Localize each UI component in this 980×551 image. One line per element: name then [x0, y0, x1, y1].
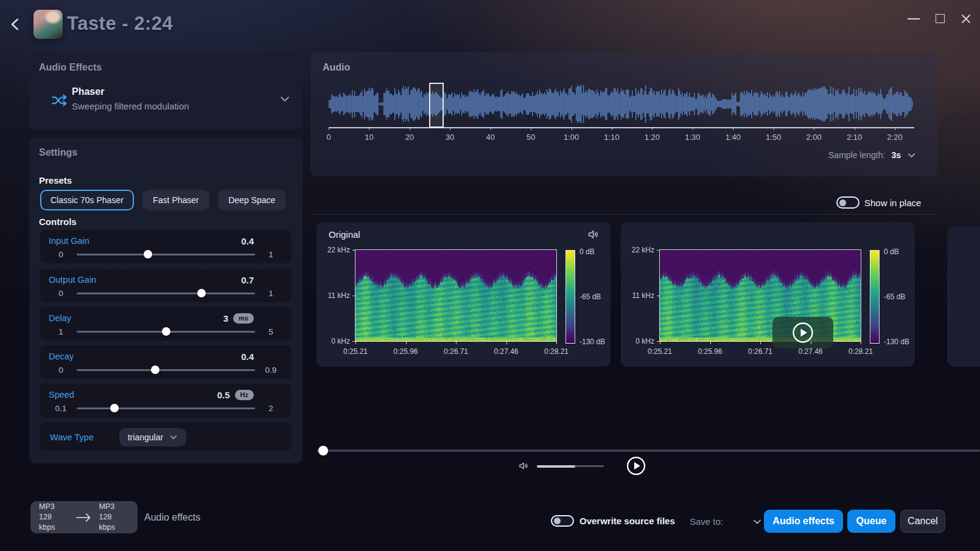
preview-play-button[interactable]	[772, 317, 833, 348]
time-label: 0:25.21	[343, 347, 368, 356]
sample-length-label: Sample length:	[828, 150, 885, 160]
slider-thumb[interactable]	[144, 250, 152, 258]
time-tick: 0	[326, 133, 331, 142]
slider-thumb[interactable]	[151, 366, 159, 374]
minimize-button[interactable]	[908, 18, 920, 19]
show-in-place-row: Show in place	[836, 196, 921, 209]
waveform[interactable]	[329, 81, 913, 126]
slider-thumb[interactable]	[110, 404, 119, 412]
freq-tick: 22 kHz	[327, 246, 350, 254]
album-art	[33, 10, 63, 39]
volume-control	[510, 454, 612, 478]
effect-selector[interactable]: Phaser Sweeping filtered modulation	[29, 84, 303, 118]
time-tick: 2:20	[887, 133, 902, 142]
speed-slider[interactable]	[77, 403, 255, 413]
slider-row-delay: Delay 3 ms 1 5	[40, 307, 292, 341]
time-tick: 1:10	[604, 133, 619, 142]
show-in-place-label: Show in place	[864, 198, 921, 208]
preset-deep-space[interactable]: Deep Space	[218, 190, 285, 210]
audio-effects-panel: Audio Effects Phaser Sweeping filtered m…	[29, 52, 303, 130]
time-label: 0:26.71	[444, 347, 468, 356]
output-gain-slider[interactable]	[77, 288, 255, 298]
chevron-down-icon	[279, 94, 290, 105]
close-button[interactable]	[960, 13, 972, 25]
freq-tick: 11 kHz	[328, 291, 350, 300]
back-button[interactable]	[6, 15, 26, 34]
cancel-button[interactable]: Cancel	[900, 510, 945, 533]
slider-thumb[interactable]	[197, 289, 206, 297]
effect-name: Phaser	[72, 86, 104, 97]
wave-type-value: triangular	[128, 432, 163, 442]
time-label: 0:28.21	[544, 347, 569, 356]
next-card-peek	[947, 226, 980, 367]
target-format: MP3 128 kbps	[99, 502, 129, 533]
progress-thumb[interactable]	[318, 446, 328, 456]
overwrite-label: Overwrite source files	[579, 516, 675, 526]
spectrogram-title: Original	[329, 229, 360, 240]
effect-description: Sweeping filtered modulation	[72, 101, 189, 111]
volume-fill	[537, 465, 575, 468]
save-to-label: Save to:	[690, 516, 723, 527]
play-button-container	[617, 454, 656, 478]
sample-length-dropdown[interactable]: Sample length: 3s	[828, 150, 916, 160]
audio-effects-button[interactable]: Audio effects	[764, 510, 843, 533]
decay-slider[interactable]	[77, 365, 255, 375]
time-tick: 20	[405, 133, 414, 142]
divider	[312, 214, 936, 215]
maximize-button[interactable]	[936, 14, 945, 23]
sample-selection-handle[interactable]	[429, 83, 444, 128]
time-label: 0:27.46	[494, 347, 518, 356]
page-title: Taste - 2:24	[67, 13, 173, 35]
overwrite-row: Overwrite source files	[551, 515, 675, 527]
conversion-badge: MP3 128 kbps MP3 128 kbps	[30, 501, 138, 533]
slider-thumb[interactable]	[162, 327, 170, 336]
time-tick: 30	[446, 133, 454, 142]
time-tick: 1:30	[685, 133, 700, 142]
slider-row-speed: Speed 0.5 Hz 0.1 2	[40, 384, 292, 417]
preset-classic-70s-phaser[interactable]: Classic 70s Phaser	[40, 190, 134, 210]
audio-heading: Audio	[323, 62, 350, 73]
delay-slider[interactable]	[77, 327, 255, 336]
slider-min: 0	[49, 366, 73, 375]
slider-min: 0	[49, 250, 73, 259]
time-label: 0:26.71	[748, 347, 772, 356]
save-to-dropdown[interactable]: Save to:	[690, 516, 762, 527]
shuffle-icon	[51, 92, 69, 108]
queue-button[interactable]: Queue	[847, 510, 895, 533]
db-tick: -65 dB	[579, 293, 601, 301]
slider-row-decay: Decay 0.4 0 0.9	[40, 345, 292, 379]
show-in-place-toggle[interactable]	[836, 196, 859, 209]
time-label: 0:25.21	[648, 347, 672, 356]
play-button[interactable]	[625, 455, 647, 477]
time-tick: 40	[486, 133, 494, 142]
volume-icon[interactable]	[518, 460, 529, 471]
play-icon	[791, 321, 815, 345]
freq-tick: 11 kHz	[632, 291, 654, 300]
speaker-icon[interactable]	[587, 228, 600, 241]
chevron-down-icon	[169, 433, 178, 442]
slider-max: 1	[259, 250, 283, 259]
wave-type-label: Wave Type	[50, 432, 94, 442]
slider-min: 0	[49, 289, 73, 298]
presets-heading: Presets	[39, 175, 72, 185]
slider-label: Output Gain	[49, 275, 96, 285]
time-tick: 1:20	[645, 133, 660, 142]
unit-badge: ms	[233, 313, 254, 324]
overwrite-toggle[interactable]	[551, 515, 574, 527]
preset-fast-phaser[interactable]: Fast Phaser	[142, 190, 209, 210]
wave-type-select[interactable]: triangular	[119, 428, 186, 446]
slider-value: 3	[223, 313, 228, 324]
colorbar: 0 dB -65 dB -130 dB	[565, 250, 575, 344]
settings-heading: Settings	[39, 147, 77, 158]
slider-value: 0.4	[241, 352, 254, 362]
chevron-left-icon	[8, 16, 24, 32]
volume-slider[interactable]	[537, 461, 604, 471]
preset-group: Classic 70s Phaser Fast Phaser Deep Spac…	[40, 190, 292, 210]
input-gain-slider[interactable]	[77, 249, 255, 259]
spectrogram-plot: 22 kHz 11 kHz 0 kHz 0:25.21 0:25.96 0:26…	[355, 249, 557, 342]
db-tick: 0 dB	[579, 248, 595, 256]
slider-value: 0.4	[241, 236, 254, 246]
app-window: Taste - 2:24 Audio Effects Phaser Sweepi…	[0, 0, 980, 551]
sample-length-value: 3s	[891, 150, 901, 160]
colorbar: 0 dB -65 dB -130 dB	[870, 250, 880, 344]
